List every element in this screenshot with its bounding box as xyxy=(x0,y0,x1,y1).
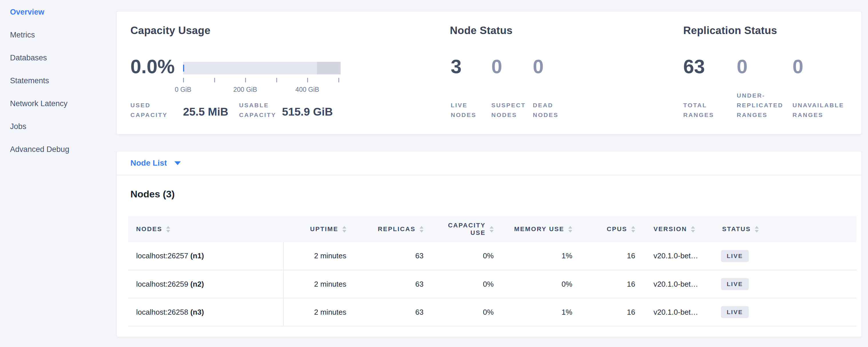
sort-icon[interactable] xyxy=(166,226,170,232)
sort-icon[interactable] xyxy=(755,226,759,232)
node-address: localhost:26259 xyxy=(136,280,188,288)
column-header-version[interactable]: VERSION xyxy=(647,216,715,242)
column-label: STATUS xyxy=(722,225,751,233)
status-badge: LIVE xyxy=(721,250,749,262)
sidebar-item-network-latency[interactable]: Network Latency xyxy=(10,92,69,115)
memory-use-cell: 0% xyxy=(505,270,584,298)
used-capacity-value: 25.5 MiB xyxy=(183,105,228,118)
capacity-use-cell: 0% xyxy=(435,242,505,270)
under-replicated-ranges-label: UNDER-REPLICATED RANGES xyxy=(737,91,798,120)
total-ranges-count: 63 xyxy=(683,57,705,76)
dead-nodes-label: DEAD NODES xyxy=(533,100,570,120)
unavailable-ranges-label: UNAVAILABLE RANGES xyxy=(793,100,854,120)
view-selector-bar: Node List xyxy=(117,151,861,176)
status-cell: LIVE xyxy=(715,298,856,326)
nodes-table: NODES UPTIME REPLICAS CAPACITY USE MEMOR… xyxy=(128,216,856,326)
status-cell: LIVE xyxy=(715,242,856,270)
axis-label-0gib: 0 GiB xyxy=(175,86,191,94)
version-cell: v20.1.0-bet… xyxy=(647,270,715,298)
axis-label-400gib: 400 GiB xyxy=(296,86,319,94)
node-address: localhost:26257 xyxy=(136,251,188,260)
suspect-nodes-label: SUSPECT NODES xyxy=(491,100,531,120)
capacity-used-percent: 0.0% xyxy=(130,57,175,76)
node-row[interactable]: localhost:26258 (n3) 2 minutes 63 0% 1% … xyxy=(128,298,856,326)
column-header-status[interactable]: STATUS xyxy=(715,216,856,242)
replicas-cell: 63 xyxy=(358,298,435,326)
column-label: CPUS xyxy=(607,225,627,233)
sidebar-item-statements[interactable]: Statements xyxy=(10,69,69,92)
axis-label-200gib: 200 GiB xyxy=(234,86,257,94)
capacity-bar-track xyxy=(183,62,341,74)
column-label: REPLICAS xyxy=(378,225,415,233)
sidebar-item-databases[interactable]: Databases xyxy=(10,46,69,69)
uptime-cell: 2 minutes xyxy=(283,298,358,326)
node-name: (n3) xyxy=(190,308,204,316)
cpus-cell: 16 xyxy=(584,242,647,270)
node-list-selector-label: Node List xyxy=(130,158,167,168)
node-list-card: Node List Nodes (3) NODES UPTIME REPLICA… xyxy=(116,151,862,337)
column-header-uptime[interactable]: UPTIME xyxy=(283,216,358,242)
under-replicated-ranges-count: 0 xyxy=(737,57,748,76)
node-address-cell[interactable]: localhost:26257 (n1) xyxy=(128,242,283,270)
column-label: MEMORY USE xyxy=(514,225,564,233)
replicas-cell: 63 xyxy=(358,270,435,298)
node-status-title: Node Status xyxy=(450,25,513,37)
total-ranges-label: TOTAL RANGES xyxy=(683,100,729,120)
memory-use-cell: 1% xyxy=(505,298,584,326)
node-row[interactable]: localhost:26257 (n1) 2 minutes 63 0% 1% … xyxy=(128,242,856,270)
sort-icon[interactable] xyxy=(342,226,346,232)
sort-icon[interactable] xyxy=(691,226,695,232)
column-header-capacity-use[interactable]: CAPACITY USE xyxy=(435,216,505,242)
sort-icon[interactable] xyxy=(490,226,494,232)
memory-use-cell: 1% xyxy=(505,242,584,270)
sidebar-item-metrics[interactable]: Metrics xyxy=(10,24,69,46)
uptime-cell: 2 minutes xyxy=(283,242,358,270)
capacity-bar-used xyxy=(183,65,184,71)
cpus-cell: 16 xyxy=(584,298,647,326)
capacity-usage-title: Capacity Usage xyxy=(130,25,211,37)
sidebar-item-jobs[interactable]: Jobs xyxy=(10,115,69,138)
sort-icon[interactable] xyxy=(568,226,572,232)
cpus-cell: 16 xyxy=(584,270,647,298)
column-label: UPTIME xyxy=(310,225,338,233)
live-nodes-count: 3 xyxy=(451,57,462,76)
column-header-cpus[interactable]: CPUS xyxy=(584,216,647,242)
suspect-nodes-count: 0 xyxy=(491,57,502,76)
replication-status-title: Replication Status xyxy=(683,25,777,37)
sort-icon[interactable] xyxy=(631,226,635,232)
node-address-cell[interactable]: localhost:26258 (n3) xyxy=(128,298,283,326)
node-address-cell[interactable]: localhost:26259 (n2) xyxy=(128,270,283,298)
chevron-down-icon xyxy=(175,161,181,165)
sidebar-item-advanced-debug[interactable]: Advanced Debug xyxy=(10,138,69,161)
node-row[interactable]: localhost:26259 (n2) 2 minutes 63 0% 0% … xyxy=(128,270,856,298)
capacity-bar-chart: 0 GiB 200 GiB 400 GiB xyxy=(183,62,341,99)
cluster-summary-card: Capacity Usage 0.0% 0 GiB 200 GiB 400 Gi… xyxy=(116,11,862,134)
column-label: CAPACITY USE xyxy=(443,222,486,236)
replicas-cell: 63 xyxy=(358,242,435,270)
node-list-selector[interactable]: Node List xyxy=(130,158,181,168)
sort-icon[interactable] xyxy=(420,226,424,232)
live-nodes-label: LIVE NODES xyxy=(451,100,488,120)
capacity-use-cell: 0% xyxy=(435,298,505,326)
table-header-row: NODES UPTIME REPLICAS CAPACITY USE MEMOR… xyxy=(128,216,856,242)
usable-capacity-value: 515.9 GiB xyxy=(282,105,333,118)
uptime-cell: 2 minutes xyxy=(283,270,358,298)
sidebar: Overview Metrics Databases Statements Ne… xyxy=(0,0,116,347)
status-cell: LIVE xyxy=(715,270,856,298)
nodes-section-title: Nodes (3) xyxy=(130,189,175,200)
node-name: (n1) xyxy=(190,251,204,260)
column-header-replicas[interactable]: REPLICAS xyxy=(358,216,435,242)
sidebar-item-overview[interactable]: Overview xyxy=(10,1,69,24)
column-label: NODES xyxy=(136,225,162,233)
column-header-nodes[interactable]: NODES xyxy=(128,216,283,242)
dead-nodes-count: 0 xyxy=(533,57,544,76)
capacity-use-cell: 0% xyxy=(435,270,505,298)
used-capacity-label: USED CAPACITY xyxy=(130,100,175,120)
sidebar-nav-list: Overview Metrics Databases Statements Ne… xyxy=(10,1,69,161)
unavailable-ranges-count: 0 xyxy=(793,57,803,76)
version-cell: v20.1.0-bet… xyxy=(647,298,715,326)
column-header-memory-use[interactable]: MEMORY USE xyxy=(505,216,584,242)
status-badge: LIVE xyxy=(721,278,749,290)
capacity-axis-ticks xyxy=(183,78,338,83)
column-label: VERSION xyxy=(653,225,687,233)
